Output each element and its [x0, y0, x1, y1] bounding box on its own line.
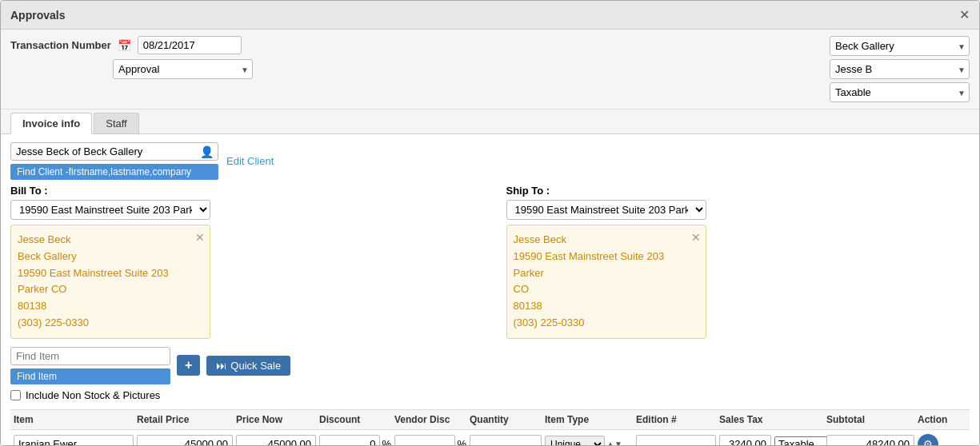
ship-to-select[interactable]: 19590 East Mainstreet Suite 203 Parker C… [506, 200, 706, 220]
calendar-icon[interactable]: 📅 [118, 39, 131, 52]
include-non-stock-label: Include Non Stock & Pictures [26, 389, 160, 401]
col-vendor-disc: Vendor Disc [394, 414, 466, 425]
vendor-disc-wrap: % [394, 435, 466, 445]
item-name-input[interactable] [14, 435, 134, 445]
col-item-type: Item Type [545, 414, 633, 425]
col-item: Item [14, 414, 134, 425]
client-search-input[interactable] [10, 142, 218, 161]
bill-to-line-4: Parker CO [18, 281, 203, 298]
table-header: Item Retail Price Price Now Discount Ven… [10, 409, 970, 430]
add-item-button[interactable]: + [177, 355, 200, 376]
ship-to-remove-btn[interactable]: ✕ [691, 229, 701, 246]
quantity-input[interactable] [470, 435, 542, 445]
ship-to-line-3: Parker [514, 265, 699, 282]
ship-to-label: Ship To : [506, 185, 970, 197]
taxable-select[interactable]: Taxable Non-Taxable [830, 82, 970, 102]
find-item-input[interactable] [10, 347, 170, 365]
ship-to-line-1: Jesse Beck [514, 232, 699, 249]
modal-header: Approvals ✕ [1, 1, 979, 30]
bill-to-line-2: Beck Gallery [18, 249, 203, 265]
date-input[interactable] [138, 36, 242, 54]
bill-to-line-5: 80138 [18, 298, 203, 315]
discount-wrap: % [319, 435, 391, 445]
include-non-stock-checkbox[interactable] [10, 390, 21, 400]
item-type-cell: Unique Edition ▲▼ [545, 436, 633, 445]
vendor-disc-percent: % [457, 438, 466, 445]
type-select[interactable]: Approval Sale Quote [113, 59, 253, 79]
col-subtotal: Subtotal [826, 414, 914, 425]
bill-to-line-1: Jesse Beck [18, 232, 203, 249]
discount-percent: % [382, 438, 391, 445]
tab-invoice-info[interactable]: Invoice info [10, 113, 92, 134]
client-suggestion[interactable]: Find Client -firstname,lastname,company [10, 164, 218, 180]
bill-to-address-box: ✕ Jesse Beck Beck Gallery 19590 East Mai… [10, 225, 210, 339]
ship-to-line-5: 80138 [514, 298, 699, 315]
quick-sale-label: Quick Sale [230, 360, 281, 372]
col-retail-price: Retail Price [137, 414, 233, 425]
vendor-disc-input[interactable] [394, 435, 455, 445]
row-action-button[interactable]: ⚙ [918, 434, 938, 445]
client-input-wrap: 👤 [10, 142, 218, 161]
retail-price-input[interactable] [137, 435, 233, 445]
gallery-select-wrap: Beck Gallery ▼ [830, 36, 970, 56]
invoice-content: 👤 Find Client -firstname,lastname,compan… [1, 134, 979, 445]
discount-input[interactable] [319, 435, 380, 445]
type-select-wrap: Approval Sale Quote ▼ [113, 59, 253, 79]
find-item-suggestion[interactable]: Find Item [10, 368, 170, 384]
ship-to-line-4: CO [514, 281, 699, 298]
quick-sale-button[interactable]: ⏭ Quick Sale [206, 356, 290, 376]
edit-client-link[interactable]: Edit Client [226, 155, 274, 167]
sales-tax-cell: Taxable Non-Taxable [719, 435, 823, 445]
tab-staff[interactable]: Staff [94, 113, 139, 133]
ship-to-address-box: ✕ Jesse Beck 19590 East Mainstreet Suite… [506, 225, 706, 339]
close-button[interactable]: ✕ [959, 7, 970, 22]
gallery-select[interactable]: Beck Gallery [830, 36, 970, 56]
subtotal-input[interactable] [826, 435, 914, 445]
item-type-arrows[interactable]: ▲▼ [606, 440, 622, 445]
col-action: Action [918, 414, 966, 425]
col-price-now: Price Now [236, 414, 316, 425]
sales-tax-input[interactable] [719, 435, 771, 445]
col-sales-tax: Sales Tax [719, 414, 823, 425]
modal-title: Approvals [10, 9, 65, 22]
bill-to-line-3: 19590 East Mainstreet Suite 203 [18, 265, 203, 282]
item-type-select[interactable]: Unique Edition [545, 436, 605, 445]
top-right: Beck Gallery ▼ Jesse B ▼ Taxable Non-Tax… [830, 36, 970, 102]
price-now-input[interactable] [236, 435, 316, 445]
top-left: Transaction Number 📅 Approval Sale Quote… [10, 36, 830, 79]
address-section: Bill To : 19590 East Mainstreet Suite 20… [10, 185, 970, 339]
row-action-icon: ⚙ [923, 438, 933, 445]
quick-sale-icon: ⏭ [216, 360, 226, 372]
table-row: % % Unique Edition ▲▼ [10, 430, 970, 445]
top-section: Transaction Number 📅 Approval Sale Quote… [1, 30, 979, 110]
bill-to-label: Bill To : [10, 185, 474, 197]
ship-to-line-2: 19590 East Mainstreet Suite 203 [514, 249, 699, 265]
edition-input[interactable] [636, 435, 716, 445]
bill-to-line-6: (303) 225-0330 [18, 315, 203, 332]
person-icon: 👤 [200, 145, 214, 158]
transaction-number-label: Transaction Number [10, 39, 111, 51]
bill-to-select[interactable]: 19590 East Mainstreet Suite 203 Parker C… [10, 200, 210, 220]
ship-to-col: Ship To : 19590 East Mainstreet Suite 20… [506, 185, 970, 339]
staff-select-wrap: Jesse B ▼ [830, 59, 970, 79]
col-edition: Edition # [636, 414, 716, 425]
ship-to-line-6: (303) 225-0330 [514, 315, 699, 332]
col-discount: Discount [319, 414, 391, 425]
content-area: 👤 Find Client -firstname,lastname,compan… [1, 134, 979, 445]
staff-select[interactable]: Jesse B [830, 59, 970, 79]
tabs-bar: Invoice info Staff [1, 110, 979, 134]
include-non-stock-row: Include Non Stock & Pictures [10, 389, 970, 401]
bill-to-col: Bill To : 19590 East Mainstreet Suite 20… [10, 185, 474, 339]
client-row: 👤 Find Client -firstname,lastname,compan… [10, 142, 970, 180]
col-quantity: Quantity [470, 414, 542, 425]
approvals-modal: Approvals ✕ Transaction Number 📅 Approva… [0, 0, 980, 446]
item-search-row: Find Item + ⏭ Quick Sale [10, 347, 970, 384]
bill-to-remove-btn[interactable]: ✕ [195, 229, 205, 246]
taxable-select-wrap: Taxable Non-Taxable ▼ [830, 82, 970, 102]
